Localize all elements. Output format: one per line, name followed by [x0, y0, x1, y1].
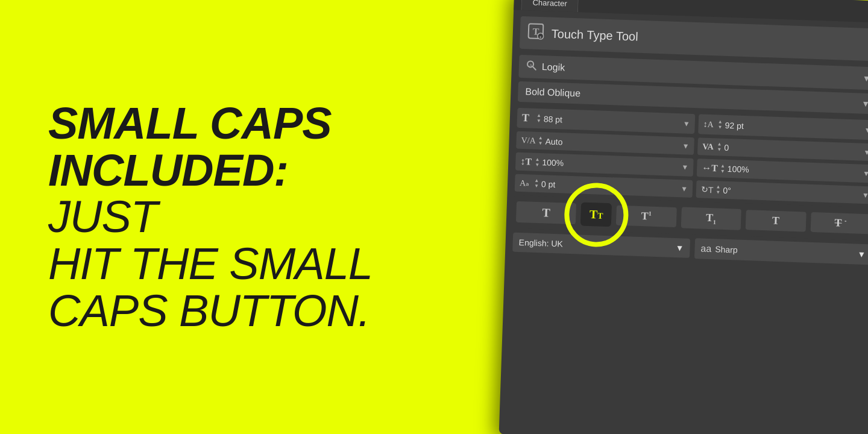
- tracking-value: 0: [724, 142, 861, 157]
- touch-type-tool-name: Touch Type Tool: [551, 27, 638, 43]
- kerning-dropdown[interactable]: ▼: [682, 142, 689, 150]
- character-tab[interactable]: Character: [521, 0, 579, 12]
- t-plain-button[interactable]: T: [746, 210, 807, 231]
- baseline-shift-icon: Aₐ: [520, 178, 532, 189]
- vertical-scale-icon: ↕T: [520, 156, 533, 168]
- font-dropdown-arrow[interactable]: ▼: [862, 74, 868, 83]
- left-content: Small Caps Included: Just Hit The Small …: [48, 100, 398, 334]
- character-panel: Character T + Touch Type Tool: [499, 0, 868, 434]
- rotation-value: 0°: [723, 185, 860, 200]
- superscript-button[interactable]: T1: [616, 206, 677, 227]
- font-size-icon: T: [522, 112, 535, 125]
- strikethrough-button[interactable]: T -: [810, 212, 868, 234]
- font-name: Logik: [542, 61, 858, 83]
- main-headline: Small Caps Included: Just Hit The Small …: [48, 100, 398, 334]
- font-size-field[interactable]: T ▲▼ 88 pt ▼: [517, 108, 695, 134]
- kerning-icon: V/A: [521, 136, 536, 146]
- tracking-dropdown[interactable]: ▼: [863, 148, 868, 156]
- horizontal-scale-value: 100%: [728, 164, 861, 178]
- leading-dropdown[interactable]: ▼: [864, 125, 868, 134]
- touch-type-tool-row[interactable]: T + Touch Type Tool: [520, 16, 868, 61]
- headline-line1: Small Caps: [48, 98, 332, 148]
- font-size-value: 88 pt: [544, 114, 681, 128]
- tracking-icon: VA: [702, 142, 715, 152]
- vertical-scale-value: 100%: [542, 157, 679, 172]
- rotation-field[interactable]: ↻T ▲▼ 0° ▼: [696, 180, 868, 204]
- style-dropdown-arrow[interactable]: ▼: [861, 99, 868, 108]
- kerning-field[interactable]: V/A ▲▼ Auto ▼: [516, 131, 694, 155]
- regular-t-button[interactable]: T: [516, 201, 577, 224]
- rotation-icon: ↻T: [701, 184, 714, 195]
- search-icon: A: [526, 60, 538, 74]
- baseline-shift-dropdown[interactable]: ▼: [681, 184, 688, 193]
- tt-caps-highlight: TT: [580, 203, 612, 227]
- panel-body: T + Touch Type Tool A Logik ▼: [505, 10, 868, 271]
- font-size-dropdown[interactable]: ▼: [683, 119, 690, 128]
- svg-text:+: +: [539, 35, 541, 39]
- language-value: English: UK: [518, 237, 563, 249]
- horizontal-scale-icon: ↔T: [702, 162, 718, 174]
- headline-line3: Just: [48, 192, 157, 242]
- baseline-shift-value: 0 pt: [541, 179, 679, 193]
- vertical-scale-field[interactable]: ↕T ▲▼ 100% ▼: [515, 153, 694, 177]
- leading-field[interactable]: ↕A ▲▼ 92 pt ▼: [698, 114, 868, 140]
- headline-line2: Included:: [48, 145, 288, 195]
- kerning-value: Auto: [545, 136, 679, 151]
- language-field[interactable]: English: UK ▼: [512, 233, 690, 258]
- sharp-value: Sharp: [715, 244, 854, 259]
- panel-container: Character T + Touch Type Tool: [462, 0, 868, 434]
- horizontal-scale-dropdown[interactable]: ▼: [863, 169, 868, 178]
- antialiasing-field[interactable]: aa Sharp ▼: [694, 238, 868, 265]
- baseline-shift-field[interactable]: Aₐ ▲▼ 0 pt ▼: [515, 174, 693, 198]
- headline-line4: Hit The Small: [48, 239, 373, 289]
- sharp-dropdown[interactable]: ▼: [857, 250, 866, 259]
- leading-value: 92 pt: [725, 120, 862, 134]
- aa-label: aa: [700, 244, 711, 255]
- headline-line5: Caps Button.: [48, 286, 370, 336]
- tt-caps-button[interactable]: TT: [580, 203, 612, 227]
- tt-caps-label: TT: [589, 207, 603, 222]
- touch-type-icon: T +: [527, 22, 544, 43]
- svg-text:A: A: [529, 63, 532, 68]
- leading-icon: ↕A: [703, 119, 715, 130]
- style-name: Bold Oblique: [525, 86, 861, 108]
- vertical-scale-dropdown[interactable]: ▼: [681, 163, 688, 171]
- horizontal-scale-field[interactable]: ↔T ▲▼ 100% ▼: [697, 159, 868, 183]
- language-dropdown[interactable]: ▼: [675, 243, 684, 253]
- svg-line-5: [533, 67, 536, 70]
- character-tab-label: Character: [532, 0, 567, 8]
- subscript-button[interactable]: T1: [681, 207, 741, 230]
- tracking-field[interactable]: VA ▲▼ 0 ▼: [697, 137, 868, 161]
- rotation-dropdown[interactable]: ▼: [862, 190, 868, 199]
